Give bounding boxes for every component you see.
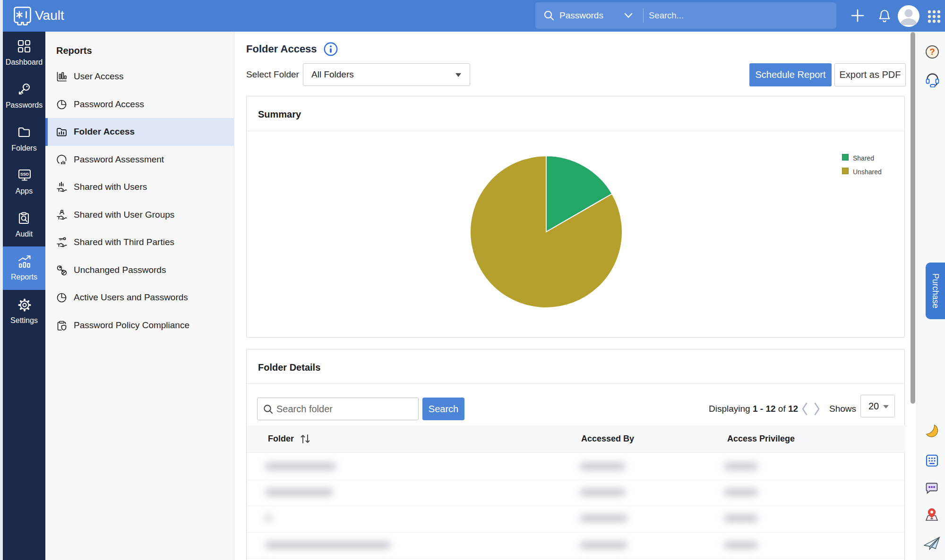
svg-text:SSO: SSO bbox=[20, 172, 29, 177]
